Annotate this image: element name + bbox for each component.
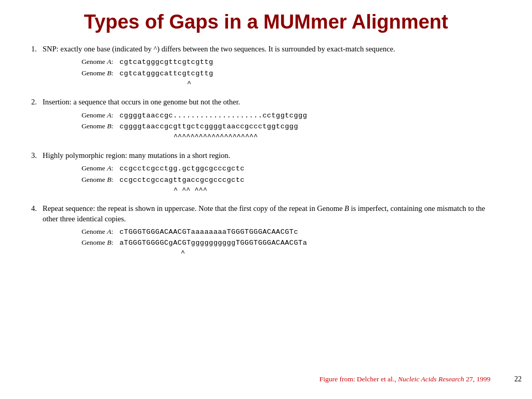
slide-container: Types of Gaps in a MUMmer Alignment 1. S… <box>0 0 532 399</box>
figure-caption: Figure from: Delcher et al., Nucleic Aci… <box>320 375 490 383</box>
item-2-text: Insertion: a sequence that occurs in one… <box>43 97 501 108</box>
genome-b-label-4: Genome B: <box>73 237 119 248</box>
item-1-caret: ^ <box>119 79 501 89</box>
genome-a-seq-2: cggggtaaccgc....................cctggtcg… <box>119 111 307 121</box>
genome-a-label-1: Genome A: <box>73 57 119 67</box>
item-2-genomes: Genome A: cggggtaaccgc..................… <box>73 110 501 143</box>
genome-a-label-2: Genome A: <box>73 110 119 121</box>
item-2-caret: ^^^^^^^^^^^^^^^^^^^^ <box>119 132 501 142</box>
item-3-number: 3. <box>31 150 43 162</box>
item-4-genomes: Genome A: cTGGGTGGGACAACGTaaaaaaaaTGGGTG… <box>73 227 501 259</box>
figure-caption-journal: Nucleic Acids Research <box>398 375 464 383</box>
item-2-number: 2. <box>31 97 43 108</box>
genome-a-seq-4: cTGGGTGGGACAACGTaaaaaaaaTGGGTGGGACAACGTc <box>119 227 298 237</box>
genome-a-seq-1: cgtcatgggcgttcgtcgttg <box>119 57 214 68</box>
genome-b-seq-4: aTGGGTGGGGCgACGTggggggggggTGGGTGGGACAACG… <box>119 238 307 248</box>
genome-b-line-2: Genome B: cggggtaaccgcgttgctcggggtaaccgc… <box>73 121 501 132</box>
item-3-caret: ^ ^^ ^^^ <box>119 185 501 196</box>
genome-b-line-4: Genome B: aTGGGTGGGGCgACGTggggggggggTGGG… <box>73 237 501 248</box>
item-1: 1. SNP: exactly one base (indicated by ^… <box>31 44 501 90</box>
genome-b-seq-1: cgtcatgggcattcgtcgttg <box>119 69 214 79</box>
genome-a-line-3: Genome A: ccgcctcgcctgg.gctggcgcccgctc <box>73 163 501 174</box>
genome-b-line-3: Genome B: ccgcctcgccagttgaccgcgcccgctc <box>73 175 501 185</box>
genome-b-label-2: Genome B: <box>73 121 119 131</box>
genome-b-label-1: Genome B: <box>73 68 119 78</box>
genome-a-line-1: Genome A: cgtcatgggcgttcgtcgttg <box>73 57 501 68</box>
genome-a-seq-3: ccgcctcgcctgg.gctggcgcccgctc <box>119 164 245 174</box>
item-1-number: 1. <box>31 44 43 55</box>
item-3-text: Highly polymorphic region: many mutation… <box>43 150 501 162</box>
genome-b-seq-2: cggggtaaccgcgttgctcggggtaaccgccctggtcggg <box>119 122 298 132</box>
genome-b-line-1: Genome B: cgtcatgggcattcgtcgttg <box>73 68 501 79</box>
figure-caption-prefix: Figure from: Delcher et al., <box>320 375 398 383</box>
item-1-genomes: Genome A: cgtcatgggcgttcgtcgttg Genome B… <box>73 57 501 89</box>
item-1-text: SNP: exactly one base (indicated by ^) d… <box>43 44 501 55</box>
figure-caption-suffix: 27, 1999 <box>464 375 490 383</box>
item-4-text: Repeat sequence: the repeat is shown in … <box>43 203 501 224</box>
item-4-caret: ^ <box>119 248 501 259</box>
genome-a-label-4: Genome A: <box>73 227 119 237</box>
item-3: 3. Highly polymorphic region: many mutat… <box>31 150 501 196</box>
content-area: 1. SNP: exactly one base (indicated by ^… <box>31 44 501 259</box>
genome-b-label-3: Genome B: <box>73 175 119 185</box>
genome-a-label-3: Genome A: <box>73 163 119 174</box>
item-4: 4. Repeat sequence: the repeat is shown … <box>31 203 501 259</box>
genome-a-line-4: Genome A: cTGGGTGGGACAACGTaaaaaaaaTGGGTG… <box>73 227 501 237</box>
item-4-number: 4. <box>31 203 43 224</box>
item-2: 2. Insertion: a sequence that occurs in … <box>31 97 501 143</box>
item-3-genomes: Genome A: ccgcctcgcctgg.gctggcgcccgctc G… <box>73 163 501 196</box>
page-number: 22 <box>514 375 522 383</box>
genome-b-seq-3: ccgcctcgccagttgaccgcgcccgctc <box>119 175 245 185</box>
genome-a-line-2: Genome A: cggggtaaccgc..................… <box>73 110 501 121</box>
slide-title: Types of Gaps in a MUMmer Alignment <box>31 10 501 34</box>
